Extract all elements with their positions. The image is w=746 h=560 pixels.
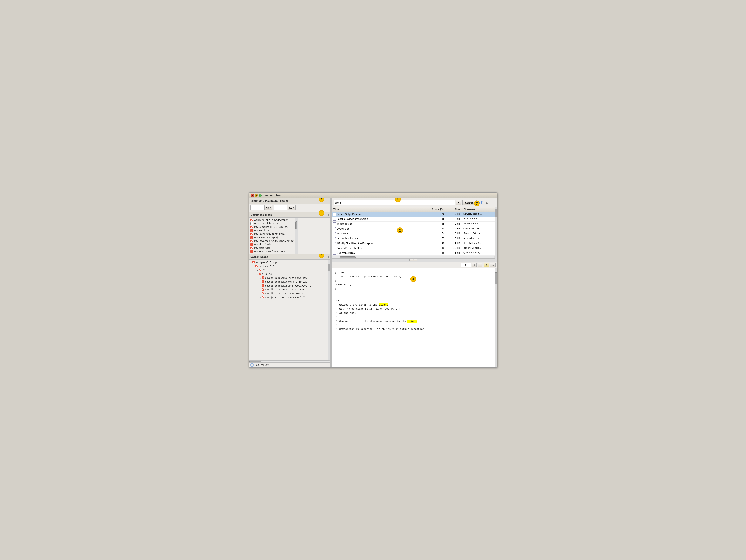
ms-excel-2007-checkbox[interactable] [251,233,253,235]
scope-h-scroll-thumb[interactable] [250,361,261,362]
tree-checkbox-ibm2 [262,292,264,295]
row-filename: ServletOutputS... [462,212,495,217]
row-size: 4 KB [446,217,462,221]
ms-word-checkbox[interactable] [251,247,253,249]
tree-label-ibm1: com.ibm.icu.source_4.2.1.v20... [265,288,309,291]
collapse-arrow-icon: ▼ [413,259,414,261]
ms-word-2007-checkbox[interactable] [251,250,253,253]
tree-arrow-plugins[interactable]: ▼ [257,273,258,275]
ms-powerpoint-2007-checkbox[interactable] [251,240,253,243]
search-scope-body: ▼ eclipse-3.6.zip ▼ eclipse-3.6 ► [249,260,330,360]
min-unit-dropdown[interactable]: KB ▼ [264,205,272,210]
html-label: HTML (html, htm, ..) [254,222,278,225]
tree-scrollbar[interactable] [328,260,330,360]
collapse-icon[interactable]: − [327,200,329,202]
maximize-button[interactable]: □ [259,194,262,197]
preview-area[interactable]: 3 } else { msg = lStrings.getString("val… [332,269,495,367]
tree-arrow-logback1[interactable]: ► [260,277,261,279]
doc-types-expand-icon[interactable]: □ [326,214,329,216]
search-dropdown-btn[interactable]: ▼ [456,200,461,205]
ms-excel-checkbox[interactable] [251,229,253,232]
preview-wrapper: 3 } else { msg = lStrings.getString("val… [332,269,497,367]
scope-h-scrollbar[interactable] [249,360,330,362]
abiword-label: AbiWord (abw, abw.gz, zabw) [254,219,288,221]
doc-types-scrollbar[interactable] [295,218,297,254]
max-unit-dropdown[interactable]: KB ▼ [288,205,295,210]
table-right-scrollbar[interactable] [495,207,497,262]
grid-button[interactable]: ⊞ [490,263,495,268]
settings-button[interactable]: ⚙ [485,200,489,205]
table-h-scroll-track[interactable] [332,256,494,258]
table-right-scroll-thumb[interactable] [495,209,497,217]
html-checkbox[interactable] [251,222,253,225]
table-h-scrollbar[interactable] [332,256,495,258]
ms-powerpoint-2007-label: MS Powerpoint 2007 (pptx, pptm) [254,240,294,243]
table-row[interactable]: ResetToBaseAddressAction 55 4 KB ResetTo… [332,217,495,222]
table-row[interactable]: IBrowserExt 54 3 KB IBrowserExt.jav... [332,231,495,236]
main-window: × − □ DocFetcher Minimum / Maximum Files… [249,192,497,368]
prev-page-button[interactable]: ⇧ [472,263,477,268]
search-scope-collapse-icon[interactable]: − [323,256,325,258]
doc-types-collapse-icon[interactable]: − [323,214,325,216]
close-button[interactable]: × [251,194,254,197]
tree-scroll-thumb[interactable] [328,263,330,271]
down-arrow-icon: ⇩ [479,263,481,267]
preview-right-scrollbar[interactable] [495,269,497,367]
tree-checkbox-jcraft [262,296,264,299]
tree-checkbox-eclipse-zip [252,261,255,264]
search-scope-expand-icon[interactable]: □ [326,256,329,258]
table-row[interactable]: JREHttpClientRequiredException 48 1 KB J… [332,241,495,246]
ms-html-help-checkbox[interactable] [251,226,253,228]
doc-types-scroll-thumb[interactable] [295,221,297,229]
min-filesize-field[interactable] [251,205,264,210]
table-row[interactable]: BorlandGenerateClient 48 10 KB BorlandGe… [332,246,495,251]
table-row[interactable]: ServletOutputStream 76 9 KB ServletOutpu… [332,212,495,217]
help-button[interactable]: ? [479,200,484,205]
ms-powerpoint-checkbox[interactable] [251,236,253,239]
layout-icon: ✕ [492,201,494,204]
highlight-client-2: client [407,320,417,323]
tree-arrow-jcraft[interactable]: ► [260,297,261,299]
tree-item-logback3: ► ch.qos.logback.slf4j_0.9.19.v2... [260,284,326,288]
next-page-button[interactable]: ⇩ [478,263,482,268]
highlight-button[interactable]: ⚡ [484,263,489,268]
table-h-scroll-thumb[interactable] [340,256,355,258]
tree-arrow-logback3[interactable]: ► [260,285,261,287]
search-input[interactable] [334,200,455,205]
row-filename: IIndexProvider. [462,222,495,226]
table-collapse-button[interactable]: ▼ [409,259,417,261]
tree-item-jcraft: ► com.jcraft.jsch.source_0.1.41... [260,296,326,299]
up-arrow-icon: ⇧ [473,263,476,267]
tree-arrow-ibm2[interactable]: ► [260,292,261,295]
file-icon [333,222,336,225]
layout-button[interactable]: ✕ [491,200,495,205]
ms-visio-checkbox[interactable] [251,243,253,246]
max-unit-label: KB [289,206,292,209]
table-row[interactable]: IIndexProvider 55 2 KB IIndexProvider. [332,222,495,226]
row-size: 3 KB [446,231,462,236]
tree-arrow-eclipse-zip[interactable]: ▼ [251,261,252,263]
tree-arrow-eclipse-dir[interactable]: ▼ [254,265,255,268]
row-score: 55 [427,226,446,231]
code-line: print(msg); [335,283,492,287]
tree-arrow-ibm1[interactable]: ► [260,289,261,291]
table-row[interactable]: CvsVersion 55 6 KB CvsVersion.jav... [332,226,495,231]
doc-types-list: AbiWord (abw, abw.gz, zabw) HTML (html, … [249,218,295,254]
table-row[interactable]: AccessibleListener 52 6 KB AccessibleLis… [332,236,495,241]
scope-h-scroll-track[interactable] [249,360,330,362]
page-number-input[interactable] [461,263,471,268]
row-size: 1 KB [446,241,462,246]
minimize-button[interactable]: − [255,194,258,197]
table-row[interactable]: QueryableArray 48 3 KB QueryableArray... [332,251,495,256]
preview-scroll-thumb[interactable] [495,272,497,284]
min-unit-label: KB [266,206,269,209]
tree-arrow-logback2[interactable]: ► [260,281,261,283]
search-button[interactable]: Search [462,200,477,205]
tree-checkbox-p2 [259,269,261,272]
abiword-checkbox[interactable] [251,219,253,221]
filesize-section: KB ▼ KB ▼ [249,204,330,212]
tree-arrow-p2[interactable]: ► [257,269,258,271]
max-filesize-field[interactable] [274,205,287,210]
tree-label-logback1: ch.qos.logback.classic_0.9.19... [265,277,310,279]
tree-label-jcraft: com.jcraft.jsch.source_0.1.41... [265,296,310,299]
